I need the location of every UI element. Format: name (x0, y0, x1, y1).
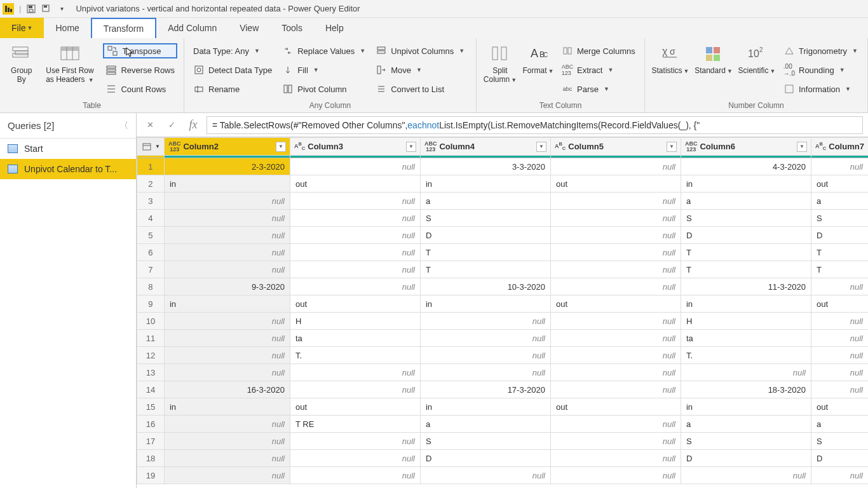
cell[interactable]: null (420, 364, 550, 381)
cell[interactable]: ta (681, 330, 811, 347)
cell[interactable]: a (420, 416, 550, 433)
cell[interactable]: null (290, 364, 420, 381)
collapse-pane-icon[interactable]: 〈 (119, 120, 128, 132)
tab-add-column[interactable]: Add Column (156, 18, 228, 38)
cell[interactable]: H (290, 313, 420, 330)
row-number[interactable]: 10 (137, 313, 165, 330)
cell[interactable]: 11-3-2020 (681, 278, 811, 295)
table-row[interactable]: 16nullT REanullaa (137, 416, 869, 433)
reverse-rows-button[interactable]: Reverse Rows (103, 62, 177, 78)
cell[interactable]: D (681, 227, 811, 244)
cell[interactable]: out (290, 175, 420, 193)
column-header-4[interactable]: ABC123Column4▼ (420, 138, 550, 156)
cell[interactable]: in (420, 175, 550, 193)
extract-button[interactable]: ABC123 Extract▼ (559, 62, 638, 78)
filter-icon[interactable]: ▼ (797, 142, 807, 152)
column-header-6[interactable]: ABC123Column6▼ (681, 138, 811, 156)
row-number[interactable]: 18 (137, 450, 165, 467)
cell[interactable]: a (811, 416, 868, 433)
table-row[interactable]: 12-3-2020null3-3-2020null4-3-2020null (137, 158, 869, 175)
cell[interactable]: S (681, 210, 811, 227)
row-number[interactable]: 1 (137, 158, 165, 175)
cell[interactable]: null (420, 330, 550, 347)
row-number[interactable]: 7 (137, 261, 165, 278)
standard-button[interactable]: Standard▼ (695, 41, 733, 75)
cell[interactable]: out (550, 175, 681, 193)
cell[interactable]: null (550, 347, 681, 364)
cell[interactable]: a (811, 193, 868, 210)
table-row[interactable]: 10nullHnullnullHnull (137, 313, 869, 330)
cell[interactable]: null (811, 313, 868, 330)
row-number[interactable]: 5 (137, 227, 165, 244)
cell[interactable]: null (550, 330, 681, 347)
cell[interactable]: D (420, 227, 550, 244)
cell[interactable]: null (550, 416, 681, 433)
cell[interactable]: null (290, 227, 420, 244)
cell[interactable]: out (550, 398, 681, 416)
scientific-button[interactable]: 102 Scientific▼ (738, 41, 776, 75)
cell[interactable]: null (811, 467, 868, 484)
accept-formula-icon[interactable]: ✓ (163, 117, 180, 133)
column-header-5[interactable]: ABCColumn5▼ (550, 138, 681, 156)
cell[interactable]: null (550, 364, 681, 381)
cell[interactable]: null (290, 210, 420, 227)
cell[interactable]: S (420, 433, 550, 450)
row-number[interactable]: 2 (137, 175, 165, 193)
row-number[interactable]: 9 (137, 295, 165, 313)
row-number[interactable]: 3 (137, 193, 165, 210)
cell[interactable]: D (811, 450, 868, 467)
split-column-button[interactable]: Split Column▼ (483, 41, 517, 84)
cell[interactable]: null (164, 244, 290, 261)
trigonometry-button[interactable]: Trigonometry▼ (781, 43, 860, 58)
table-row[interactable]: 12nullT.nullnullT.null (137, 347, 869, 364)
cell[interactable]: ta (290, 330, 420, 347)
column-header-7[interactable]: ABCColumn7 (811, 138, 868, 156)
table-row[interactable]: 15inoutinoutinout (137, 398, 869, 416)
table-row[interactable]: 17nullnullSnullSS (137, 433, 869, 450)
fill-button[interactable]: Fill▼ (280, 62, 368, 78)
cell[interactable]: null (290, 467, 420, 484)
cell[interactable]: in (681, 175, 811, 193)
data-type-button[interactable]: Data Type: Any▼ (191, 43, 275, 58)
cell[interactable]: T (420, 261, 550, 278)
tab-home[interactable]: Home (44, 18, 90, 38)
cell[interactable]: 18-3-2020 (681, 381, 811, 398)
cell[interactable]: 9-3-2020 (164, 278, 290, 295)
cell[interactable]: null (811, 347, 868, 364)
cell[interactable]: null (681, 467, 811, 484)
cell[interactable]: null (290, 244, 420, 261)
cell[interactable]: 4-3-2020 (681, 158, 811, 175)
qat-dropdown[interactable]: ▾ (55, 3, 68, 15)
cell[interactable]: T (681, 244, 811, 261)
save-dropdown-icon[interactable] (40, 3, 53, 15)
cell[interactable]: null (550, 158, 681, 175)
cell[interactable]: in (420, 398, 550, 416)
table-menu-icon[interactable] (141, 141, 153, 152)
tab-view[interactable]: View (228, 18, 270, 38)
cell[interactable]: null (164, 193, 290, 210)
row-number[interactable]: 16 (137, 416, 165, 433)
row-number[interactable]: 11 (137, 330, 165, 347)
cell[interactable]: out (811, 175, 868, 193)
table-row[interactable]: 5nullnullDnullDD (137, 227, 869, 244)
filter-icon[interactable]: ▼ (276, 142, 286, 152)
cell[interactable]: S (811, 210, 868, 227)
table-row[interactable]: 6nullnullTnullTT (137, 244, 869, 261)
merge-columns-button[interactable]: Merge Columns (559, 43, 638, 58)
table-row[interactable]: 11nulltanullnulltanull (137, 330, 869, 347)
cell[interactable]: 3-3-2020 (420, 158, 550, 175)
cell[interactable]: in (681, 295, 811, 313)
cell[interactable]: null (420, 313, 550, 330)
table-row[interactable]: 3nullnullanullaa (137, 193, 869, 210)
row-number[interactable]: 19 (137, 467, 165, 484)
cell[interactable]: in (164, 398, 290, 416)
convert-to-list-button[interactable]: Convert to List (373, 81, 467, 97)
rename-button[interactable]: Rename (191, 81, 275, 97)
tab-help[interactable]: Help (314, 18, 355, 38)
cell[interactable]: null (290, 261, 420, 278)
filter-icon[interactable]: ▼ (406, 142, 416, 152)
cell[interactable]: null (164, 313, 290, 330)
table-row[interactable]: 19nullnullnullnullnullnull (137, 467, 869, 484)
table-row[interactable]: 9inoutinoutinout (137, 295, 869, 313)
table-row[interactable]: 4nullnullSnullSS (137, 210, 869, 227)
